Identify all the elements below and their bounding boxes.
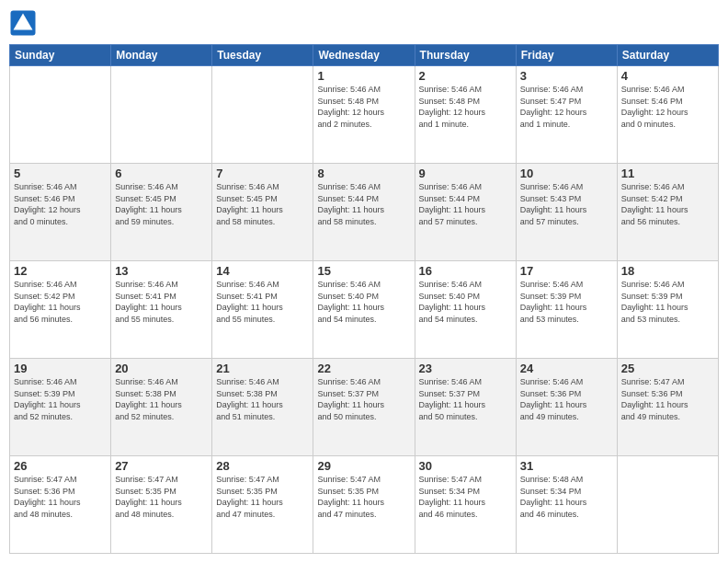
day-info: Sunrise: 5:46 AM Sunset: 5:42 PM Dayligh… xyxy=(14,279,107,325)
day-number: 3 xyxy=(520,69,613,83)
calendar-cell: 13Sunrise: 5:46 AM Sunset: 5:41 PM Dayli… xyxy=(111,261,212,359)
day-number: 25 xyxy=(621,362,714,375)
calendar-table: SundayMondayTuesdayWednesdayThursdayFrid… xyxy=(9,44,719,554)
page: SundayMondayTuesdayWednesdayThursdayFrid… xyxy=(0,0,728,563)
calendar-cell: 27Sunrise: 5:47 AM Sunset: 5:35 PM Dayli… xyxy=(111,456,212,554)
day-number: 8 xyxy=(317,167,410,180)
day-number: 7 xyxy=(216,167,309,180)
day-number: 15 xyxy=(317,264,410,278)
day-info: Sunrise: 5:46 AM Sunset: 5:44 PM Dayligh… xyxy=(317,181,410,227)
day-number: 5 xyxy=(14,167,107,180)
calendar-cell: 4Sunrise: 5:46 AM Sunset: 5:46 PM Daylig… xyxy=(617,66,718,164)
day-number: 4 xyxy=(621,69,714,83)
day-info: Sunrise: 5:46 AM Sunset: 5:40 PM Dayligh… xyxy=(317,279,410,325)
day-number: 10 xyxy=(520,167,613,180)
calendar-cell: 24Sunrise: 5:46 AM Sunset: 5:36 PM Dayli… xyxy=(516,359,617,456)
day-info: Sunrise: 5:46 AM Sunset: 5:37 PM Dayligh… xyxy=(317,376,410,422)
day-number: 27 xyxy=(115,459,208,473)
day-number: 20 xyxy=(115,362,208,375)
day-number: 12 xyxy=(14,264,107,278)
day-info: Sunrise: 5:47 AM Sunset: 5:35 PM Dayligh… xyxy=(216,474,309,520)
day-number: 16 xyxy=(419,264,512,278)
calendar-cell: 3Sunrise: 5:46 AM Sunset: 5:47 PM Daylig… xyxy=(516,66,617,164)
header-row: SundayMondayTuesdayWednesdayThursdayFrid… xyxy=(10,45,719,66)
day-header-thursday: Thursday xyxy=(415,45,516,66)
day-info: Sunrise: 5:46 AM Sunset: 5:46 PM Dayligh… xyxy=(14,181,107,227)
day-info: Sunrise: 5:46 AM Sunset: 5:45 PM Dayligh… xyxy=(216,181,309,227)
calendar-cell xyxy=(212,66,313,164)
day-header-saturday: Saturday xyxy=(617,45,718,66)
day-number: 9 xyxy=(419,167,512,180)
day-info: Sunrise: 5:46 AM Sunset: 5:40 PM Dayligh… xyxy=(419,279,512,325)
day-info: Sunrise: 5:46 AM Sunset: 5:38 PM Dayligh… xyxy=(216,376,309,422)
logo xyxy=(9,9,40,37)
day-info: Sunrise: 5:46 AM Sunset: 5:48 PM Dayligh… xyxy=(317,84,410,130)
day-number: 30 xyxy=(419,459,512,473)
calendar-cell: 5Sunrise: 5:46 AM Sunset: 5:46 PM Daylig… xyxy=(10,164,111,261)
calendar-cell xyxy=(10,66,111,164)
calendar-cell: 2Sunrise: 5:46 AM Sunset: 5:48 PM Daylig… xyxy=(415,66,516,164)
calendar-cell: 1Sunrise: 5:46 AM Sunset: 5:48 PM Daylig… xyxy=(313,66,415,164)
day-number: 26 xyxy=(14,459,107,473)
day-number: 2 xyxy=(419,69,512,83)
calendar-cell: 26Sunrise: 5:47 AM Sunset: 5:36 PM Dayli… xyxy=(10,456,111,554)
calendar-cell: 9Sunrise: 5:46 AM Sunset: 5:44 PM Daylig… xyxy=(415,164,516,261)
calendar-cell: 30Sunrise: 5:47 AM Sunset: 5:34 PM Dayli… xyxy=(415,456,516,554)
day-info: Sunrise: 5:46 AM Sunset: 5:46 PM Dayligh… xyxy=(621,84,714,130)
day-info: Sunrise: 5:46 AM Sunset: 5:41 PM Dayligh… xyxy=(216,279,309,325)
calendar-cell: 17Sunrise: 5:46 AM Sunset: 5:39 PM Dayli… xyxy=(516,261,617,359)
calendar-cell xyxy=(617,456,718,554)
day-header-friday: Friday xyxy=(516,45,617,66)
calendar-cell: 25Sunrise: 5:47 AM Sunset: 5:36 PM Dayli… xyxy=(617,359,718,456)
calendar-cell: 23Sunrise: 5:46 AM Sunset: 5:37 PM Dayli… xyxy=(415,359,516,456)
week-row-3: 12Sunrise: 5:46 AM Sunset: 5:42 PM Dayli… xyxy=(10,261,719,359)
day-info: Sunrise: 5:46 AM Sunset: 5:38 PM Dayligh… xyxy=(115,376,208,422)
calendar-cell: 18Sunrise: 5:46 AM Sunset: 5:39 PM Dayli… xyxy=(617,261,718,359)
day-info: Sunrise: 5:46 AM Sunset: 5:47 PM Dayligh… xyxy=(520,84,613,130)
calendar-cell xyxy=(111,66,212,164)
day-header-tuesday: Tuesday xyxy=(212,45,313,66)
day-info: Sunrise: 5:46 AM Sunset: 5:43 PM Dayligh… xyxy=(520,181,613,227)
calendar-cell: 29Sunrise: 5:47 AM Sunset: 5:35 PM Dayli… xyxy=(313,456,415,554)
day-info: Sunrise: 5:46 AM Sunset: 5:48 PM Dayligh… xyxy=(419,84,512,130)
day-number: 17 xyxy=(520,264,613,278)
week-row-2: 5Sunrise: 5:46 AM Sunset: 5:46 PM Daylig… xyxy=(10,164,719,261)
calendar-cell: 20Sunrise: 5:46 AM Sunset: 5:38 PM Dayli… xyxy=(111,359,212,456)
day-info: Sunrise: 5:48 AM Sunset: 5:34 PM Dayligh… xyxy=(520,474,613,520)
calendar-cell: 22Sunrise: 5:46 AM Sunset: 5:37 PM Dayli… xyxy=(313,359,415,456)
week-row-1: 1Sunrise: 5:46 AM Sunset: 5:48 PM Daylig… xyxy=(10,66,719,164)
day-number: 21 xyxy=(216,362,309,375)
day-info: Sunrise: 5:46 AM Sunset: 5:36 PM Dayligh… xyxy=(520,376,613,422)
calendar-cell: 7Sunrise: 5:46 AM Sunset: 5:45 PM Daylig… xyxy=(212,164,313,261)
week-row-5: 26Sunrise: 5:47 AM Sunset: 5:36 PM Dayli… xyxy=(10,456,719,554)
day-number: 18 xyxy=(621,264,714,278)
calendar-cell: 8Sunrise: 5:46 AM Sunset: 5:44 PM Daylig… xyxy=(313,164,415,261)
header xyxy=(9,9,719,37)
day-number: 24 xyxy=(520,362,613,375)
calendar-cell: 14Sunrise: 5:46 AM Sunset: 5:41 PM Dayli… xyxy=(212,261,313,359)
day-info: Sunrise: 5:46 AM Sunset: 5:37 PM Dayligh… xyxy=(419,376,512,422)
day-info: Sunrise: 5:46 AM Sunset: 5:39 PM Dayligh… xyxy=(621,279,714,325)
day-info: Sunrise: 5:46 AM Sunset: 5:39 PM Dayligh… xyxy=(520,279,613,325)
day-number: 11 xyxy=(621,167,714,180)
day-number: 31 xyxy=(520,459,613,473)
day-info: Sunrise: 5:47 AM Sunset: 5:34 PM Dayligh… xyxy=(419,474,512,520)
calendar-cell: 19Sunrise: 5:46 AM Sunset: 5:39 PM Dayli… xyxy=(10,359,111,456)
day-header-wednesday: Wednesday xyxy=(313,45,415,66)
day-info: Sunrise: 5:47 AM Sunset: 5:35 PM Dayligh… xyxy=(317,474,410,520)
logo-icon xyxy=(9,9,37,37)
day-number: 28 xyxy=(216,459,309,473)
day-number: 6 xyxy=(115,167,208,180)
week-row-4: 19Sunrise: 5:46 AM Sunset: 5:39 PM Dayli… xyxy=(10,359,719,456)
day-number: 29 xyxy=(317,459,410,473)
calendar-cell: 31Sunrise: 5:48 AM Sunset: 5:34 PM Dayli… xyxy=(516,456,617,554)
day-header-monday: Monday xyxy=(111,45,212,66)
day-info: Sunrise: 5:46 AM Sunset: 5:39 PM Dayligh… xyxy=(14,376,107,422)
day-number: 22 xyxy=(317,362,410,375)
calendar-cell: 28Sunrise: 5:47 AM Sunset: 5:35 PM Dayli… xyxy=(212,456,313,554)
day-info: Sunrise: 5:46 AM Sunset: 5:44 PM Dayligh… xyxy=(419,181,512,227)
calendar-cell: 6Sunrise: 5:46 AM Sunset: 5:45 PM Daylig… xyxy=(111,164,212,261)
day-info: Sunrise: 5:46 AM Sunset: 5:42 PM Dayligh… xyxy=(621,181,714,227)
calendar-cell: 15Sunrise: 5:46 AM Sunset: 5:40 PM Dayli… xyxy=(313,261,415,359)
day-number: 14 xyxy=(216,264,309,278)
